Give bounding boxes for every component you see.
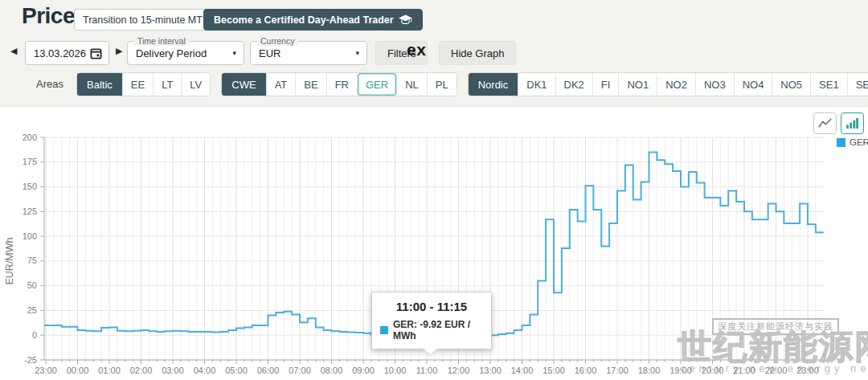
legend-swatch-ger [837, 138, 845, 147]
svg-text:12:00: 12:00 [448, 366, 470, 375]
calendar-icon[interactable] [90, 47, 102, 59]
tooltip-value: GER: -9.92 EUR / MWh [393, 319, 483, 341]
watermark-english: century new energy net. [680, 362, 868, 374]
area-tab-cwe[interactable]: CWE [222, 73, 265, 96]
watermark-ex: ex [407, 40, 426, 59]
area-group-cwe: CWEATBEFRGERNLPL [221, 72, 457, 96]
line-chart-icon [818, 118, 832, 129]
date-value: 13.03.2026 [34, 47, 86, 59]
svg-text:07:00: 07:00 [289, 366, 311, 375]
svg-text:150: 150 [23, 182, 37, 191]
svg-text:0: 0 [32, 330, 37, 340]
certified-trader-label: Become a Certified Day-Ahead Trader [214, 14, 394, 26]
svg-text:200: 200 [23, 133, 37, 142]
svg-text:75: 75 [27, 255, 37, 265]
certified-trader-button[interactable]: Become a Certified Day-Ahead Trader [203, 9, 423, 31]
area-tab-ee[interactable]: EE [122, 73, 153, 96]
area-tab-fi[interactable]: FI [592, 73, 619, 96]
area-tab-no4[interactable]: NO4 [734, 73, 772, 96]
svg-text:175: 175 [23, 157, 37, 166]
chart-card: GER 2001751501251007550250-2523:0000:000… [0, 106, 868, 380]
svg-text:04:00: 04:00 [194, 366, 216, 375]
svg-text:EUR/MWh: EUR/MWh [4, 237, 15, 284]
svg-text:10:00: 10:00 [384, 366, 407, 375]
bar-chart-toggle-button[interactable] [841, 112, 864, 134]
svg-text:15:00: 15:00 [542, 366, 565, 375]
currency-label: Currency [257, 36, 298, 46]
tooltip-time-range: 11:00 - 11:15 [380, 300, 483, 313]
area-tab-dk1[interactable]: DK1 [518, 73, 555, 96]
svg-text:03:00: 03:00 [162, 366, 184, 375]
svg-text:13:00: 13:00 [479, 366, 502, 375]
chart-legend: GER [837, 137, 868, 147]
svg-text:23:00: 23:00 [35, 366, 57, 375]
time-interval-select[interactable]: Time interval Delivery Period ▾ [127, 41, 244, 65]
svg-text:-25: -25 [24, 355, 37, 365]
date-input[interactable]: 13.03.2026 [25, 41, 109, 65]
prices-page: { "theme": { "dark_slate": "#3d5660", "t… [0, 0, 868, 380]
bar-chart-icon [846, 118, 858, 129]
currency-select[interactable]: Currency EUR ▾ [250, 41, 367, 65]
area-group-baltic: BalticEELTLV [76, 72, 211, 96]
area-tab-no5[interactable]: NO5 [772, 73, 810, 96]
svg-text:11:00: 11:00 [416, 366, 438, 375]
svg-text:25: 25 [27, 305, 37, 315]
area-group-nordic: NordicDK1DK2FINO1NO2NO3NO4NO5SE1SE2SE3SE… [468, 72, 868, 96]
area-tab-dk2[interactable]: DK2 [555, 73, 592, 96]
area-tab-se2[interactable]: SE2 [847, 73, 868, 96]
transition-mtu-label: Transition to 15-minute MTU [83, 14, 210, 26]
svg-text:18:00: 18:00 [638, 366, 661, 375]
time-interval-value: Delivery Period [136, 47, 207, 59]
area-tab-be[interactable]: BE [295, 73, 326, 96]
svg-text:01:00: 01:00 [98, 366, 121, 375]
area-tab-pl[interactable]: PL [427, 73, 457, 96]
area-tab-baltic[interactable]: Baltic [77, 73, 122, 96]
line-chart-toggle-button[interactable] [813, 112, 837, 134]
currency-value: EUR [259, 47, 280, 59]
svg-text:08:00: 08:00 [321, 366, 343, 375]
area-tab-groups: BalticEELTLVCWEATBEFRGERNLPLNordicDK1DK2… [76, 72, 868, 96]
area-tab-no2[interactable]: NO2 [657, 73, 695, 96]
chart-tooltip: 11:00 - 11:15 GER: -9.92 EUR / MWh [371, 292, 492, 349]
chevron-down-icon: ▾ [355, 49, 359, 57]
svg-text:09:00: 09:00 [352, 366, 375, 375]
chevron-down-icon: ▾ [232, 49, 236, 57]
area-tab-fr[interactable]: FR [326, 73, 357, 96]
svg-text:14:00: 14:00 [511, 366, 534, 375]
area-tab-lv[interactable]: LV [181, 73, 210, 96]
legend-label-ger: GER [850, 137, 868, 147]
svg-text:125: 125 [23, 206, 37, 216]
svg-text:16:00: 16:00 [575, 366, 597, 375]
hide-graph-button[interactable]: Hide Graph [439, 41, 516, 65]
area-tab-no1[interactable]: NO1 [618, 73, 657, 96]
next-day-icon[interactable]: ▶ [116, 46, 122, 56]
area-tab-ger[interactable]: GER [357, 73, 396, 96]
svg-text:50: 50 [27, 280, 37, 290]
svg-text:02:00: 02:00 [130, 366, 153, 375]
svg-text:05:00: 05:00 [225, 366, 248, 375]
area-tab-nordic[interactable]: Nordic [469, 73, 518, 96]
svg-text:100: 100 [23, 231, 37, 241]
time-interval-label: Time interval [134, 36, 189, 46]
tooltip-series-swatch [380, 326, 388, 334]
area-tab-lt[interactable]: LT [153, 73, 181, 96]
areas-label: Areas [36, 78, 63, 90]
svg-text:06:00: 06:00 [257, 366, 280, 375]
prev-day-icon[interactable]: ◀ [10, 46, 17, 56]
graduation-cap-icon [399, 14, 412, 25]
area-tab-at[interactable]: AT [266, 73, 296, 96]
area-tab-nl[interactable]: NL [396, 73, 427, 96]
svg-text:00:00: 00:00 [67, 366, 89, 375]
svg-text:17:00: 17:00 [606, 366, 628, 375]
area-tab-no3[interactable]: NO3 [695, 73, 734, 96]
area-tab-se1[interactable]: SE1 [810, 73, 847, 96]
